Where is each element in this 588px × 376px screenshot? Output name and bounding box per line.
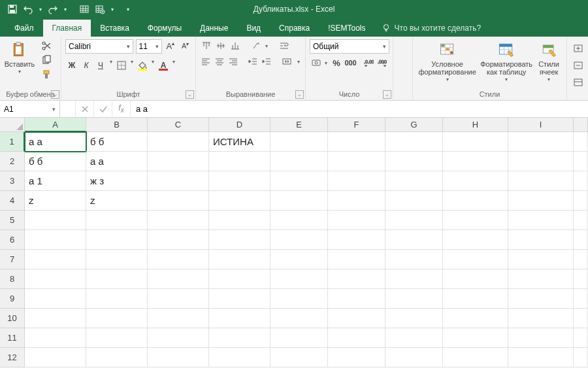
tab-semtools[interactable]: !SEMTools <box>319 20 374 37</box>
align-middle-button[interactable] <box>214 39 227 52</box>
cell-B8[interactable] <box>86 269 148 289</box>
font-size-combo[interactable]: ▾ <box>136 39 162 54</box>
qat-custom-2-dropdown[interactable]: ▾ <box>108 2 116 16</box>
cell-C2[interactable] <box>148 152 209 171</box>
italic-button[interactable]: К <box>80 59 93 72</box>
cell-D10[interactable] <box>209 309 270 328</box>
cell-D6[interactable] <box>209 230 270 250</box>
cell-C3[interactable] <box>148 171 209 191</box>
cell-I3[interactable] <box>508 171 574 191</box>
number-format-combo[interactable]: ▾ <box>310 39 389 54</box>
decrease-font-button[interactable]: A▾ <box>179 39 191 52</box>
cell-I11[interactable] <box>508 328 574 348</box>
row-header-5[interactable]: 5 <box>0 211 25 230</box>
cell-G12[interactable] <box>385 348 443 367</box>
tab-view[interactable]: Вид <box>237 20 270 37</box>
cell-C10[interactable] <box>148 309 209 328</box>
row-header-6[interactable]: 6 <box>0 230 25 250</box>
cell-C1[interactable] <box>148 132 209 152</box>
cell-E12[interactable] <box>270 348 328 367</box>
decrease-indent-button[interactable] <box>247 55 259 68</box>
paste-button[interactable]: Вставить ▾ <box>4 39 35 77</box>
cell-E6[interactable] <box>270 230 328 250</box>
format-as-table-button[interactable]: Форматировать как таблицу▾ <box>479 39 534 84</box>
copy-button[interactable] <box>39 54 54 67</box>
insert-function-button[interactable]: fx <box>112 101 131 117</box>
cell-I7[interactable] <box>508 250 574 269</box>
orientation-button[interactable] <box>250 39 263 52</box>
font-name-input[interactable] <box>69 42 124 51</box>
cell-E9[interactable] <box>270 289 328 309</box>
cell-I5[interactable] <box>508 211 574 230</box>
select-all-corner[interactable] <box>0 118 25 132</box>
cell-G3[interactable] <box>385 171 443 191</box>
cell-H1[interactable] <box>443 132 508 152</box>
cell-E3[interactable] <box>270 171 328 191</box>
number-dialog-launcher[interactable]: ⌵ <box>383 90 391 99</box>
cell-I12[interactable] <box>508 348 574 367</box>
cell-G8[interactable] <box>385 269 443 289</box>
cell-H12[interactable] <box>443 348 508 367</box>
cell-D1[interactable]: ИСТИНА <box>209 132 270 152</box>
cell-I6[interactable] <box>508 230 574 250</box>
overflow-btn-2[interactable] <box>571 59 585 72</box>
cell-F5[interactable] <box>328 211 385 230</box>
cell-G6[interactable] <box>385 230 443 250</box>
number-format-input[interactable] <box>313 42 380 51</box>
tab-home[interactable]: Главная <box>43 20 91 37</box>
chevron-down-icon[interactable]: ▾ <box>380 43 386 50</box>
merge-dropdown[interactable]: ▾ <box>296 59 301 65</box>
cell-I2[interactable] <box>508 152 574 171</box>
decrease-decimal-button[interactable]: .00.0 <box>376 56 389 69</box>
cell-A8[interactable] <box>25 269 86 289</box>
cell-E11[interactable] <box>270 328 328 348</box>
align-top-button[interactable] <box>200 39 213 52</box>
row-header-2[interactable]: 2 <box>0 152 25 171</box>
cell-B4[interactable]: z <box>86 191 148 211</box>
cell-B5[interactable] <box>86 211 148 230</box>
cell-C8[interactable] <box>148 269 209 289</box>
tab-data[interactable]: Данные <box>191 20 237 37</box>
cell-G1[interactable] <box>385 132 443 152</box>
undo-button[interactable] <box>21 2 35 16</box>
column-header-B[interactable]: B <box>86 118 148 132</box>
cell-G9[interactable] <box>385 289 443 309</box>
cell-H6[interactable] <box>443 230 508 250</box>
cell-A10[interactable] <box>25 309 86 328</box>
accounting-dropdown[interactable]: ▾ <box>323 60 329 66</box>
cell-B12[interactable] <box>86 348 148 367</box>
cell-D3[interactable] <box>209 171 270 191</box>
cell-I9[interactable] <box>508 289 574 309</box>
align-left-button[interactable] <box>200 55 212 68</box>
cell-H11[interactable] <box>443 328 508 348</box>
row-header-3[interactable]: 3 <box>0 171 25 191</box>
cell-I8[interactable] <box>508 269 574 289</box>
cell-F6[interactable] <box>328 230 385 250</box>
merge-center-button[interactable] <box>279 55 295 68</box>
orientation-dropdown[interactable]: ▾ <box>264 43 269 49</box>
cell-B1[interactable]: б б <box>86 132 148 152</box>
cell-D4[interactable] <box>209 191 270 211</box>
cell-A3[interactable]: а 1 <box>25 171 86 191</box>
clipboard-dialog-launcher[interactable]: ⌵ <box>51 90 59 99</box>
enter-formula-button[interactable] <box>94 101 112 117</box>
tell-me-search[interactable]: Что вы хотите сделать? <box>375 20 488 37</box>
cell-F11[interactable] <box>328 328 385 348</box>
name-box[interactable]: ▾ <box>0 101 60 117</box>
overflow-btn-3[interactable] <box>571 76 585 89</box>
cell-H4[interactable] <box>443 191 508 211</box>
qat-custom-1[interactable] <box>77 2 91 16</box>
cell-F12[interactable] <box>328 348 385 367</box>
tab-file[interactable]: Файл <box>5 20 43 37</box>
cell-I10[interactable] <box>508 309 574 328</box>
cell-A9[interactable] <box>25 289 86 309</box>
cell-F10[interactable] <box>328 309 385 328</box>
cell-A7[interactable] <box>25 250 86 269</box>
font-size-input[interactable] <box>139 42 153 51</box>
column-header-A[interactable]: A <box>25 118 86 132</box>
cell-D8[interactable] <box>209 269 270 289</box>
formula-input[interactable] <box>131 101 588 117</box>
name-box-input[interactable] <box>0 105 48 114</box>
cell-D11[interactable] <box>209 328 270 348</box>
cell-B9[interactable] <box>86 289 148 309</box>
